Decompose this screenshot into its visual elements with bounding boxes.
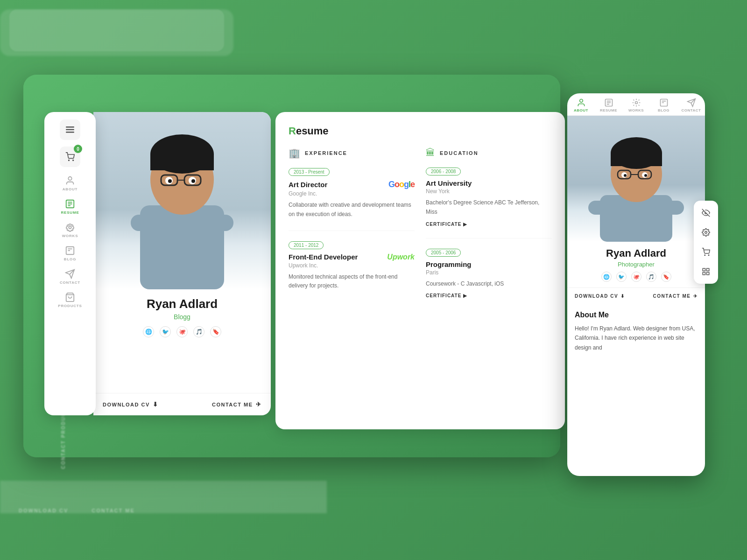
svg-point-5 xyxy=(68,177,71,180)
profile-footer: DOWNLOAD CV ⬇ CONTACT ME ✈ xyxy=(93,393,271,415)
profile-info: Ryan Adlard Blogg 🌐 🐦 🐙 🎵 🔖 xyxy=(93,289,271,352)
svg-rect-19 xyxy=(196,215,233,231)
sidebar-item-blog[interactable]: BLOG xyxy=(49,245,91,261)
sidebar-item-contact[interactable]: CONTACT xyxy=(49,269,91,285)
svg-rect-23 xyxy=(150,154,214,170)
mobile-avatar xyxy=(567,116,705,242)
upwork-logo: Upwork xyxy=(387,253,415,261)
google-logo: Google xyxy=(388,180,415,189)
experience-icon: 🏢 xyxy=(289,147,300,159)
mobile-nav-resume[interactable]: RESUME xyxy=(595,98,622,112)
resume-heading: Resume xyxy=(289,125,552,137)
exp-date-2: 2011 - 2012 xyxy=(289,241,324,249)
resume-title-rest: esume xyxy=(296,125,329,137)
sidebar-item-works[interactable]: WORKS xyxy=(49,222,91,238)
svg-point-31 xyxy=(579,99,583,103)
edu-cert-1[interactable]: CERTIFICATE ▶ xyxy=(426,222,552,227)
toolbar-settings-button[interactable] xyxy=(698,224,714,241)
cart-button[interactable]: 0 xyxy=(60,147,80,167)
mobile-nav-works[interactable]: WORKS xyxy=(622,98,650,112)
exp-role-1: Art Director xyxy=(289,181,327,189)
education-column: 🏛 EDUCATION 2006 - 2008 Art University N… xyxy=(426,147,552,309)
social-twitter-icon[interactable]: 🐦 xyxy=(160,326,171,337)
sidebar-item-about[interactable]: ABOUT xyxy=(49,175,91,191)
sidebar-label-products: PRODUCTS xyxy=(58,304,82,308)
sidebar-label-works: WORKS xyxy=(62,234,78,238)
svg-point-10 xyxy=(69,226,71,229)
send-icon: ✈ xyxy=(256,401,262,408)
mobile-profile-info: Ryan Adlard Photographer 🌐 🐦 🐙 🎵 🔖 xyxy=(567,242,705,287)
svg-rect-1 xyxy=(66,129,74,131)
mobile-nav-blog[interactable]: BLOG xyxy=(650,98,677,112)
edu-school-1: Art University xyxy=(426,179,552,187)
mobile-photo-area xyxy=(567,116,705,242)
experience-title: EXPERIENCE xyxy=(305,150,347,156)
education-icon: 🏛 xyxy=(426,147,435,158)
mobile-social-spotify[interactable]: 🎵 xyxy=(646,272,656,282)
exp-desc-1: Collaborate with creative and developmen… xyxy=(289,201,415,219)
mobile-social-other[interactable]: 🔖 xyxy=(661,272,671,282)
edu-date-2: 2005 - 2006 xyxy=(426,249,461,257)
edu-divider-1 xyxy=(426,238,552,238)
profile-card: Ryan Adlard Blogg 🌐 🐦 🐙 🎵 🔖 DOWNLOAD CV … xyxy=(93,112,271,415)
edu-item-1: 2006 - 2008 Art University New York Bach… xyxy=(426,167,552,227)
mobile-nav-blog-label: BLOG xyxy=(658,108,669,112)
profile-name: Ryan Adlard xyxy=(103,297,261,311)
menu-button[interactable] xyxy=(60,119,80,140)
sidebar-label-resume: RESUME xyxy=(61,210,79,215)
contact-me-button[interactable]: CONTACT ME ✈ xyxy=(212,401,261,408)
mobile-nav-works-label: WORKS xyxy=(628,108,644,112)
edu-location-1: New York xyxy=(426,188,552,195)
mobile-nav-resume-label: RESUME xyxy=(600,108,617,112)
social-other-icon[interactable]: 🔖 xyxy=(210,326,221,337)
svg-rect-62 xyxy=(703,273,705,275)
social-globe-icon[interactable]: 🌐 xyxy=(143,326,154,337)
profile-avatar xyxy=(112,112,252,289)
svg-rect-60 xyxy=(703,268,705,271)
mobile-contact-me[interactable]: CONTACT ME ✈ xyxy=(653,294,698,299)
exp-company-1: Google Inc. xyxy=(289,190,415,197)
sidebar-item-products[interactable]: PRODUCTS xyxy=(49,292,91,308)
sidebar-item-resume[interactable]: RESUME xyxy=(49,199,91,215)
resume-r-letter: R xyxy=(289,125,296,137)
mobile-profile-title: Photographer xyxy=(575,261,698,268)
svg-point-54 xyxy=(624,174,627,177)
mobile-download-cv[interactable]: DOWNLOAD CV ⬇ xyxy=(575,294,625,299)
mobile-social-github[interactable]: 🐙 xyxy=(631,272,641,282)
experience-column: 🏢 EXPERIENCE 2013 - Present Art Director… xyxy=(289,147,415,309)
download-cv-button[interactable]: DOWNLOAD CV ⬇ xyxy=(103,401,158,408)
sidebar-label-about: ABOUT xyxy=(63,187,78,191)
toolbar-cart-button[interactable] xyxy=(698,244,714,260)
mobile-social-twitter[interactable]: 🐦 xyxy=(616,272,627,282)
download-icon: ⬇ xyxy=(153,401,159,408)
svg-rect-43 xyxy=(588,201,623,215)
toolbar-grid-button[interactable] xyxy=(698,263,714,280)
edu-cert-2[interactable]: CERTIFICATE ▶ xyxy=(426,293,552,298)
edu-location-2: Paris xyxy=(426,269,552,276)
edu-desc-2: Coursework - C Javascript, iOS xyxy=(426,280,552,289)
right-toolbar xyxy=(694,201,718,284)
edu-desc-1: Bachelor's Degree Science ABC Te Jeffers… xyxy=(426,198,552,217)
social-spotify-icon[interactable]: 🎵 xyxy=(193,326,204,337)
sidebar-label-contact: CONTACT xyxy=(60,280,80,285)
toolbar-eye-slash-button[interactable] xyxy=(698,204,714,221)
svg-point-36 xyxy=(635,102,637,104)
resume-card: Resume 🏢 EXPERIENCE 2013 - Present Art D… xyxy=(275,112,565,429)
mobile-nav-contact-label: CONTACT xyxy=(681,108,701,112)
mobile-nav-about[interactable]: ABOUT xyxy=(567,98,595,112)
social-github-icon[interactable]: 🐙 xyxy=(176,326,188,337)
edu-date-1: 2006 - 2008 xyxy=(426,168,461,175)
exp-desc-2: Monitored technical aspects of the front… xyxy=(289,273,415,291)
svg-rect-0 xyxy=(66,126,74,128)
svg-rect-18 xyxy=(131,215,168,231)
mobile-social-globe[interactable]: 🌐 xyxy=(601,272,612,282)
mobile-about-content: About Me Hello! I'm Ryan Adlard. Web des… xyxy=(567,304,705,476)
mobile-card: ABOUT RESUME WORKS BLOG xyxy=(567,93,705,476)
download-cv-label: DOWNLOAD CV xyxy=(103,402,150,407)
mobile-nav-contact[interactable]: CONTACT xyxy=(677,98,705,112)
profile-photo-area xyxy=(93,112,271,289)
svg-point-59 xyxy=(708,255,709,256)
exp-company-2: Upwork Inc. xyxy=(289,262,415,269)
svg-point-3 xyxy=(69,160,70,161)
exp-item-2: 2011 - 2012 Front-End Developer Upwork U… xyxy=(289,240,415,291)
